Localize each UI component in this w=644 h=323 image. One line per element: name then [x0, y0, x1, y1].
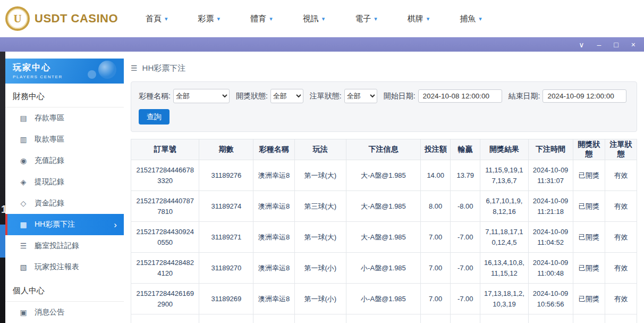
column-header: 輸贏 [451, 139, 480, 160]
table-cell: 小-A盤@1.985 [346, 253, 420, 284]
table-row: 215217284440787781031189274澳洲幸运8第三球(大)大-… [131, 191, 637, 222]
nav-item[interactable]: 彩票▾ [198, 14, 221, 24]
brand-name: USDT CASINO [35, 12, 118, 26]
sidebar-item-label: 廳室投註記錄 [35, 241, 79, 251]
window-menu-icon[interactable]: ∨ [579, 41, 584, 48]
table-cell: 有效 [605, 284, 637, 314]
withdraw-icon: ▥ [19, 135, 28, 144]
page-title: HH彩票下注 [142, 63, 186, 73]
maximize-button[interactable]: □ [614, 41, 618, 48]
table-cell: 有效 [605, 160, 637, 191]
brand[interactable]: U USDT CASINO [5, 6, 118, 31]
nav-item[interactable]: 棋牌▾ [408, 14, 430, 24]
sidebar-item-message[interactable]: ▣消息公告 [5, 302, 124, 323]
nav-item[interactable]: 體育▾ [250, 14, 273, 24]
nav-item[interactable]: 捕魚▾ [460, 14, 482, 24]
chevron-down-icon: ▾ [269, 16, 273, 22]
filter-panel: 彩種名稱: 全部 開獎狀態: 全部 注單狀態: 全部 開始日期: [131, 81, 637, 132]
sidebar-section-label: 個人中心 [5, 278, 124, 302]
table-cell: 2024-10-09 10:56:56 [528, 284, 573, 314]
table-cell: 2024-10-09 11:21:18 [528, 191, 573, 222]
table-cell: 2024-10-09 11:04:52 [528, 222, 573, 253]
screen: U USDT CASINO 首頁▾彩票▾體育▾視訊▾電子▾棋牌▾捕魚▾ ∨ – … [0, 0, 644, 323]
sidebar-title: 玩家中心 [13, 62, 124, 73]
sidebar-item-label: 消息公告 [35, 308, 64, 317]
table-cell: 澳洲幸运8 [253, 222, 294, 253]
end-date-input[interactable] [543, 89, 626, 103]
site-header: U USDT CASINO 首頁▾彩票▾體育▾視訊▾電子▾棋牌▾捕魚▾ [0, 0, 644, 37]
sidebar-item-label: 取款專區 [35, 135, 64, 144]
sidebar-item-lottery[interactable]: ▦HH彩票下注› [5, 214, 124, 235]
nav-item[interactable]: 電子▾ [355, 14, 377, 24]
table-cell: 2152172844466783320 [131, 160, 199, 191]
table-cell: 第一球(大) [294, 222, 346, 253]
sidebar-item-report[interactable]: ▧玩家投注報表 [5, 256, 124, 278]
minimize-button[interactable]: – [597, 41, 601, 48]
filter-row: 彩種名稱: 全部 開獎狀態: 全部 注單狀態: 全部 開始日期: [139, 89, 629, 103]
start-date-input[interactable] [418, 89, 502, 103]
table-cell: 澳洲幸运8 [253, 253, 294, 284]
sidebar: 玩家中心 PLAYERS CENTER 財務中心▤存款專區▥取款專區◉充值記錄◈… [5, 52, 124, 323]
table-cell: 大-A盤@1.985 [346, 222, 420, 253]
sidebar-item-cashout[interactable]: ◈提現記錄 [5, 171, 124, 193]
table-cell: 小-A盤@1.985 [346, 284, 420, 314]
column-header: 投注額 [421, 139, 451, 160]
column-header: 注單狀態 [605, 139, 637, 160]
table-cell: 2152172844284824120 [131, 253, 199, 284]
main-content: ☰ HH彩票下注 彩種名稱: 全部 開獎狀態: 全部 注單狀態: [124, 52, 644, 323]
search-button[interactable]: 查詢 [139, 109, 170, 125]
table-cell: 7.00 [421, 284, 451, 314]
table-cell: 8.00 [421, 191, 451, 222]
sidebar-item-deposit[interactable]: ▤存款專區 [5, 107, 124, 129]
table-cell: 第一球(小) [294, 284, 346, 314]
sidebar-item-funds[interactable]: ◇資金記錄 [5, 193, 124, 214]
app-window: ∨ – □ × 1 玩家中心 PLAYERS CENTER 財務中心▤存款專區▥… [0, 37, 644, 323]
table-row: 215217284428482412031189270澳洲幸运8第一球(小)小-… [131, 253, 637, 284]
table-cell: 7.00 [421, 222, 451, 253]
order-status-select[interactable]: 全部 [344, 89, 377, 103]
table-header-row: 訂單號期數彩種名稱玩法下注信息投注額輸贏開獎結果下注時間開獎狀態注單狀態 [131, 139, 637, 160]
close-button[interactable]: × [631, 41, 635, 48]
sidebar-item-label: 提現記錄 [35, 177, 64, 187]
sidebar-section-label: 財務中心 [5, 84, 124, 107]
page-background-strip: 1 [0, 52, 5, 323]
table-cell: -7.00 [451, 284, 480, 314]
table-cell: 31189270 [199, 253, 253, 284]
draw-status-select[interactable]: 全部 [270, 89, 303, 103]
start-date-label: 開始日期: [384, 92, 416, 101]
table-cell: 31189271 [199, 222, 253, 253]
nav-item-label: 電子 [355, 14, 371, 24]
column-header: 開獎結果 [480, 139, 528, 160]
lottery-name-select[interactable]: 全部 [173, 89, 230, 103]
column-header: 期數 [199, 139, 253, 160]
hall-icon: ☰ [19, 242, 28, 250]
order-status-label: 注單狀態: [310, 92, 342, 101]
table-row-partial [131, 314, 637, 323]
sidebar-item-label: 資金記錄 [35, 198, 64, 208]
table-cell: 第一球(大) [294, 160, 346, 191]
sidebar-item-recharge[interactable]: ◉充值記錄 [5, 150, 124, 171]
chevron-right-icon: › [114, 220, 117, 229]
table-cell: 11,15,9,19,17,13,6,7 [480, 160, 528, 191]
lottery-icon: ▦ [19, 220, 28, 229]
background-fragment: 1 [1, 203, 5, 216]
table-cell: 已開獎 [573, 191, 605, 222]
table-cell: 有效 [605, 222, 637, 253]
nav-item[interactable]: 視訊▾ [303, 14, 325, 24]
chevron-down-icon: ▾ [427, 16, 430, 22]
table-cell: 16,13,4,10,8,11,15,12 [480, 253, 528, 284]
table-row: 215217284430924055031189271澳洲幸运8第一球(大)大-… [131, 222, 637, 253]
player-center-header: 玩家中心 PLAYERS CENTER [5, 59, 124, 84]
hamburger-icon[interactable]: ☰ [131, 64, 138, 72]
column-header: 彩種名稱 [253, 139, 294, 160]
table-cell: 澳洲幸运8 [253, 191, 294, 222]
table-cell: 已開獎 [573, 284, 605, 314]
sidebar-item-withdraw[interactable]: ▥取款專區 [5, 129, 124, 150]
sidebar-subtitle: PLAYERS CENTER [13, 74, 124, 79]
nav-item-label: 捕魚 [460, 14, 476, 24]
sidebar-item-hall[interactable]: ☰廳室投註記錄 [5, 235, 124, 256]
nav-item[interactable]: 首頁▾ [146, 14, 168, 24]
table-cell: 13.79 [451, 160, 480, 191]
table-cell: 有效 [605, 253, 637, 284]
column-header: 下注信息 [346, 139, 420, 160]
